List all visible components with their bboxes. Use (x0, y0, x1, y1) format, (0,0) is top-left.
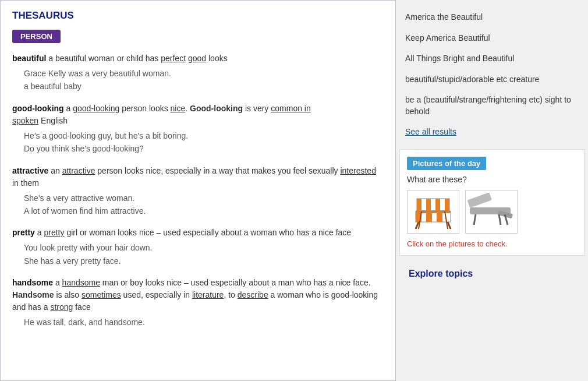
pictures-header: Pictures of the day (407, 157, 486, 170)
svg-rect-8 (426, 211, 432, 222)
svg-line-13 (445, 211, 448, 229)
entry-definition-beautiful: beautiful a beautiful woman or child has… (12, 52, 384, 65)
related-searches: America the Beautiful Keep America Beaut… (396, 0, 588, 143)
lounger-svg (467, 193, 516, 231)
entry-attractive: attractive an attractive person looks ni… (12, 165, 384, 218)
entry-definition-good-looking: good-looking a good-looking person looks… (12, 103, 384, 127)
entry-word-good-looking: good-looking (12, 104, 64, 113)
see-all-link[interactable]: See all results (405, 127, 456, 136)
examples-good-looking: He's a good-looking guy, but he's a bit … (24, 129, 384, 156)
related-item-4[interactable]: beautiful/stupid/adorable etc creature (405, 69, 579, 90)
pictures-row (407, 190, 577, 234)
entry-word-handsome: handsome (12, 278, 53, 287)
entry-handsome: handsome a handsome man or boy looks nic… (12, 277, 384, 329)
entry-good-looking: good-looking a good-looking person looks… (12, 103, 384, 156)
svg-rect-3 (426, 199, 431, 211)
svg-rect-5 (445, 199, 449, 211)
examples-handsome: He was tall, dark, and handsome. (24, 316, 384, 329)
entry-beautiful: beautiful a beautiful woman or child has… (12, 52, 384, 93)
examples-beautiful: Grace Kelly was a very beautiful woman. … (24, 67, 384, 93)
pictures-caption[interactable]: Click on the pictures to check. (407, 239, 577, 248)
examples-pretty: You look pretty with your hair down. She… (24, 241, 384, 267)
svg-line-18 (499, 214, 501, 225)
entry-word-pretty: pretty (12, 228, 35, 237)
examples-attractive: She's a very attractive woman. A lot of … (24, 192, 384, 218)
entry-word-attractive: attractive (12, 166, 48, 175)
entry-pretty: pretty a pretty girl or woman looks nice… (12, 227, 384, 267)
category-badge: PERSON (12, 30, 61, 43)
related-item-3[interactable]: All Things Bright and Beautiful (405, 48, 579, 69)
explore-topics: Explore topics (399, 262, 585, 286)
pictures-of-day-box: Pictures of the day What are these? (399, 149, 585, 256)
related-item-2[interactable]: Keep America Beautiful (405, 28, 579, 49)
svg-rect-1 (417, 199, 449, 211)
entry-word-beautiful: beautiful (12, 54, 46, 63)
svg-rect-9 (437, 211, 442, 222)
svg-rect-15 (467, 193, 491, 208)
main-content: THESAURUS PERSON beautiful a beautiful w… (0, 0, 396, 381)
svg-line-11 (448, 222, 451, 229)
pictures-question: What are these? (407, 175, 577, 184)
explore-title: Explore topics (409, 269, 575, 279)
entry-definition-attractive: attractive an attractive person looks ni… (12, 165, 384, 189)
related-item-1[interactable]: America the Beautiful (405, 7, 579, 28)
related-item-5[interactable]: be a (beautiful/strange/frightening etc)… (405, 90, 579, 122)
thesaurus-title: THESAURUS (12, 10, 384, 22)
picture-2[interactable] (465, 190, 518, 234)
svg-rect-4 (435, 199, 440, 211)
svg-line-17 (474, 214, 476, 225)
svg-rect-2 (417, 199, 421, 211)
svg-line-10 (416, 222, 419, 229)
deck-chair-orange-svg (410, 193, 456, 231)
entry-definition-handsome: handsome a handsome man or boy looks nic… (12, 277, 384, 313)
right-panel: America the Beautiful Keep America Beaut… (396, 0, 588, 381)
picture-1[interactable] (407, 190, 459, 234)
entry-definition-pretty: pretty a pretty girl or woman looks nice… (12, 227, 384, 239)
